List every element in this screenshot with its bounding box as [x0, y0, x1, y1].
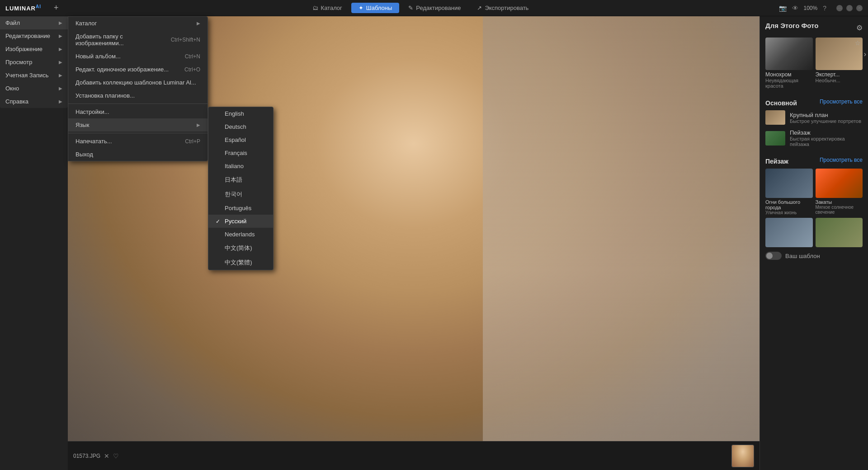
export-icon: ↗	[477, 5, 482, 11]
eye-icon[interactable]: 👁	[792, 5, 798, 12]
filmstrip-heart-icon[interactable]: ♡	[113, 452, 119, 460]
landscape-grid: Огни большого города Уличная жизнь Закат…	[765, 169, 863, 247]
lang-deutsch[interactable]: Deutsch	[208, 120, 273, 133]
template-city[interactable]: Огни большого города Уличная жизнь	[765, 169, 813, 215]
editing-icon: ✎	[408, 5, 413, 11]
camera-icon[interactable]: 📷	[779, 5, 787, 12]
submenu-language[interactable]: Язык ▶	[68, 118, 208, 132]
menu-image[interactable]: Изображение ▶	[0, 42, 68, 56]
nav-export[interactable]: ↗ Экспортировать	[470, 3, 536, 13]
submenu-exit[interactable]: Выход	[68, 148, 208, 161]
submenu-new-album[interactable]: Новый альбом... Ctrl+N	[68, 50, 208, 63]
sunset-sublabel: Мягкое солнечное свечение	[816, 205, 863, 215]
menu-window[interactable]: Окно ▶	[0, 82, 68, 95]
template-portrait[interactable]: Крупный план Быстрое улучшение портретов	[765, 110, 863, 125]
right-panel: Для Этого Фото ⚙ Монохром Неувядающая кр…	[760, 16, 868, 470]
landscape-section-header: Пейзаж Просмотреть все	[765, 151, 863, 169]
edit-arrow-icon: ▶	[59, 33, 62, 38]
landscape-desc: Быстрая корректировка пейзажа	[790, 136, 863, 147]
submenu-add-folder[interactable]: Добавить папку с изображениями... Ctrl+S…	[68, 30, 208, 50]
lang-russian[interactable]: ✓ Русский	[208, 215, 273, 228]
lang-english[interactable]: English	[208, 107, 273, 120]
lang-francais[interactable]: Français	[208, 146, 273, 160]
submenu-settings[interactable]: Настройки...	[68, 105, 208, 118]
landscape-view-all[interactable]: Просмотреть все	[820, 157, 863, 163]
nav-catalog[interactable]: 🗂 Каталог	[305, 3, 349, 13]
catalog-icon: 🗂	[312, 5, 318, 11]
your-template-toggle[interactable]	[765, 252, 782, 260]
monochrome-thumb	[765, 38, 813, 70]
basic-section-title: Основной	[765, 99, 797, 107]
zoom-level[interactable]: 100%	[804, 5, 818, 11]
template-expert[interactable]: ☆ Эксперт... Необычн...	[816, 38, 863, 89]
lang-chinese-simplified[interactable]: 中文(简体)	[208, 241, 273, 255]
monochrome-sublabel: Неувядающая красота	[765, 78, 813, 89]
template-monochrome[interactable]: Монохром Неувядающая красота	[765, 38, 813, 89]
panel-settings-icon[interactable]: ⚙	[856, 24, 863, 32]
top-templates-row: Монохром Неувядающая красота ☆ Эксперт..…	[765, 38, 863, 89]
portrait-desc: Быстрое улучшение портретов	[790, 118, 861, 124]
your-template-label: Ваш шаблон	[785, 253, 820, 259]
filename-label: 01573.JPG	[73, 453, 100, 459]
nav-templates[interactable]: ✦ Шаблоны	[351, 3, 400, 13]
mountain-thumb	[816, 218, 863, 247]
image-arrow-icon: ▶	[59, 47, 62, 52]
lang-portuguese[interactable]: Português	[208, 202, 273, 215]
template-sunset[interactable]: Закаты Мягкое солнечное свечение	[816, 169, 863, 215]
submenu-add-collection[interactable]: Добавить коллекцию шаблонов Luminar Al..…	[68, 76, 208, 89]
submenu-print[interactable]: Напечатать... Ctrl+P	[68, 135, 208, 148]
expert-label: Эксперт...	[816, 71, 863, 78]
lang-dutch[interactable]: Nederlands	[208, 228, 273, 241]
template-landscape-item[interactable]: Пейзаж Быстрая корректировка пейзажа	[765, 129, 863, 147]
filmstrip: 01573.JPG ✕ ♡	[68, 441, 760, 470]
lang-espanol[interactable]: Español	[208, 133, 273, 146]
nav-editing[interactable]: ✎ Редактирование	[401, 3, 468, 13]
submenu-edit-single[interactable]: Редакт. одиночное изображение... Ctrl+O	[68, 63, 208, 76]
basic-section-header: Основной Просмотреть все	[765, 93, 863, 110]
template-clouds[interactable]	[765, 218, 813, 247]
app-logo: LUMINARAI	[5, 4, 41, 12]
main-nav: 🗂 Каталог ✦ Шаблоны ✎ Редактирование ↗ Э…	[62, 3, 778, 13]
menu-view[interactable]: Просмотр ▶	[0, 56, 68, 69]
menu-help[interactable]: Справка ▶	[0, 95, 68, 108]
view-arrow-icon: ▶	[59, 60, 62, 65]
panel-title: Для Этого Фото	[765, 22, 818, 29]
sunset-thumb	[816, 169, 863, 198]
titlebar-right: 📷 👁 100% ? — □ ✕	[779, 5, 863, 12]
lang-italiano[interactable]: Italiano	[208, 160, 273, 173]
maximize-button[interactable]: □	[846, 5, 853, 11]
star-icon[interactable]: ☆	[855, 39, 861, 47]
portrait-thumb	[765, 110, 785, 125]
lang-japanese[interactable]: 日本語	[208, 173, 273, 187]
lang-chinese-traditional[interactable]: 中文(繁體)	[208, 255, 273, 270]
close-button[interactable]: ✕	[856, 5, 863, 11]
clouds-thumb	[765, 218, 813, 247]
submenu-catalog[interactable]: Каталог ▶	[68, 17, 208, 30]
monochrome-label: Монохром	[765, 71, 813, 78]
stone-wall-layer	[483, 16, 760, 441]
file-menu: Файл ▶ Редактирование ▶ Изображение ▶ Пр…	[0, 16, 68, 108]
titlebar: LUMINARAI + 🗂 Каталог ✦ Шаблоны ✎ Редакт…	[0, 0, 868, 16]
menu-file[interactable]: Файл ▶	[0, 16, 68, 29]
minimize-button[interactable]: —	[836, 5, 843, 11]
city-thumb	[765, 169, 813, 198]
account-arrow-icon: ▶	[59, 73, 62, 78]
menu-account[interactable]: Учетная Запись ▶	[0, 69, 68, 82]
scroll-right-icon[interactable]: ›	[864, 50, 866, 58]
help-icon[interactable]: ?	[823, 5, 826, 12]
separator-1	[68, 103, 208, 104]
catalog-arrow-icon: ▶	[197, 21, 200, 26]
thumb-image	[732, 445, 754, 467]
filmstrip-thumbnail[interactable]	[731, 445, 754, 467]
lang-korean[interactable]: 한국어	[208, 187, 273, 202]
landscape-list-thumb	[765, 131, 785, 146]
template-mountain[interactable]	[816, 218, 863, 247]
menu-edit[interactable]: Редактирование ▶	[0, 29, 68, 42]
landscape-name: Пейзаж	[790, 129, 863, 136]
basic-view-all[interactable]: Просмотреть все	[820, 99, 863, 105]
add-button[interactable]: +	[50, 3, 62, 13]
filmstrip-close-icon[interactable]: ✕	[104, 452, 109, 460]
submenu-install-plugins[interactable]: Установка плагинов...	[68, 89, 208, 102]
help-arrow-icon: ▶	[59, 99, 62, 104]
language-arrow-icon: ▶	[197, 122, 200, 127]
